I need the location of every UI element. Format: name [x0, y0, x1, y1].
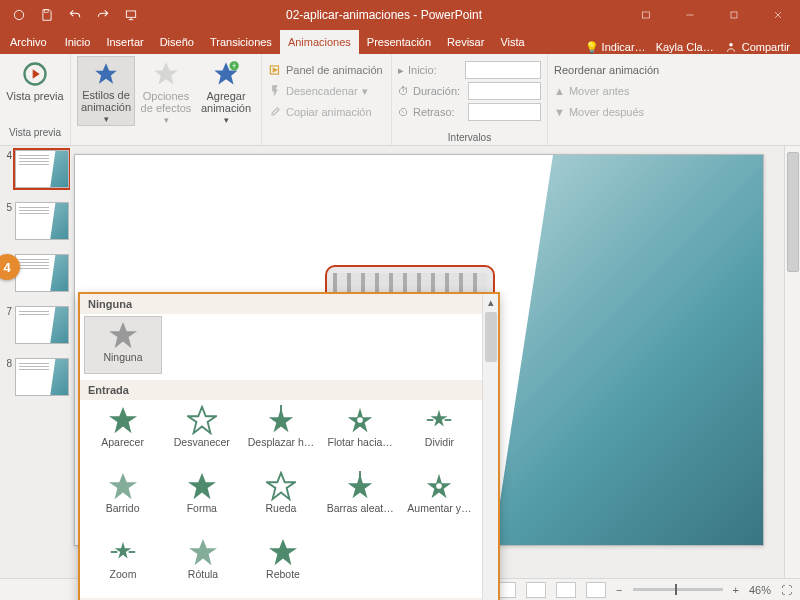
sorter-view-icon[interactable] — [526, 582, 546, 598]
gallery-item[interactable]: Barrido — [84, 468, 161, 526]
svg-marker-25 — [431, 410, 448, 427]
svg-marker-39 — [269, 539, 297, 565]
window-title: 02-aplicar-animaciones - PowerPoint — [144, 8, 624, 22]
add-animation-button[interactable]: + Agregar animación▾ — [197, 56, 255, 126]
zoom-level[interactable]: 46% — [749, 584, 771, 596]
tab-design[interactable]: Diseño — [152, 30, 202, 54]
zoom-slider[interactable] — [633, 588, 723, 591]
tab-view[interactable]: Vista — [492, 30, 532, 54]
fit-to-window-icon[interactable]: ⛶ — [781, 584, 792, 596]
svg-rect-2 — [126, 11, 135, 17]
slide-thumbnails: 4 5 6 7 8 — [0, 146, 70, 578]
svg-rect-3 — [643, 12, 650, 18]
save-icon[interactable] — [34, 3, 60, 27]
svg-marker-35 — [115, 542, 132, 559]
tab-slideshow[interactable]: Presentación — [359, 30, 439, 54]
svg-point-0 — [14, 10, 23, 19]
ribbon: Vista previa Vista previa Estilos de ani… — [0, 54, 800, 146]
svg-marker-38 — [189, 539, 217, 565]
gallery-section-header: Ninguna — [80, 294, 482, 314]
svg-marker-30 — [267, 473, 295, 499]
workspace: 4 5 6 7 8 4 NingunaNingunaEntradaAparece… — [0, 146, 800, 578]
reorder-label: Reordenar animación — [554, 60, 692, 80]
gallery-item[interactable]: Flotar hacia… — [322, 402, 399, 460]
slideshow-view-icon[interactable] — [586, 582, 606, 598]
vertical-scrollbar[interactable] — [784, 146, 800, 578]
preview-button[interactable]: Vista previa — [6, 56, 64, 126]
svg-marker-28 — [109, 473, 137, 499]
maximize-icon[interactable] — [712, 0, 756, 30]
move-before-button[interactable]: ▲ Mover antes — [554, 81, 692, 101]
zoom-out-button[interactable]: − — [616, 584, 622, 596]
svg-rect-5 — [731, 12, 737, 18]
tab-home[interactable]: Inicio — [57, 30, 99, 54]
svg-marker-11 — [95, 63, 117, 84]
trigger-button[interactable]: Desencadenar ▾ — [268, 81, 385, 101]
group-preview-label: Vista previa — [6, 126, 64, 140]
svg-point-24 — [357, 417, 363, 423]
svg-point-8 — [729, 43, 733, 47]
gallery-item[interactable]: Aparecer — [84, 402, 161, 460]
move-after-button[interactable]: ▼ Mover después — [554, 102, 692, 122]
tab-animations[interactable]: Animaciones — [280, 30, 359, 54]
share-button[interactable]: Compartir — [724, 40, 790, 54]
zoom-in-button[interactable]: + — [733, 584, 739, 596]
reading-view-icon[interactable] — [556, 582, 576, 598]
svg-point-34 — [437, 483, 443, 489]
start-slideshow-icon[interactable] — [118, 3, 144, 27]
ribbon-display-icon[interactable] — [624, 0, 668, 30]
animation-styles-button[interactable]: Estilos de animación▾ — [77, 56, 135, 126]
svg-marker-10 — [33, 69, 40, 78]
gallery-item[interactable]: Zoom — [84, 534, 162, 592]
duration-field[interactable]: ⏱ Duración: — [398, 81, 541, 101]
svg-marker-20 — [188, 407, 216, 433]
animation-pane-button[interactable]: Panel de animación — [268, 60, 385, 80]
svg-marker-12 — [154, 62, 177, 84]
tab-transitions[interactable]: Transiciones — [202, 30, 280, 54]
gallery-item[interactable]: Forma — [163, 468, 240, 526]
thumb-6[interactable] — [15, 254, 69, 292]
gallery-section-header: Entrada — [80, 380, 482, 400]
svg-marker-29 — [188, 473, 216, 499]
svg-text:+: + — [232, 62, 237, 71]
thumb-8[interactable] — [15, 358, 69, 396]
gallery-item[interactable]: Rótula — [164, 534, 242, 592]
tab-file[interactable]: Archivo — [0, 30, 57, 54]
thumb-5[interactable] — [15, 202, 69, 240]
tab-insert[interactable]: Insertar — [98, 30, 151, 54]
minimize-icon[interactable] — [668, 0, 712, 30]
ribbon-tabs: Archivo Inicio Insertar Diseño Transicio… — [0, 30, 800, 54]
scroll-up-icon[interactable]: ▴ — [483, 294, 499, 310]
animation-painter-button[interactable]: Copiar animación — [268, 102, 385, 122]
gallery-item[interactable]: Barras aleat… — [322, 468, 399, 526]
gallery-item[interactable]: Desvanecer — [163, 402, 240, 460]
slide-accent-shape — [463, 155, 763, 546]
start-field[interactable]: ▸ Inicio: — [398, 60, 541, 80]
gallery-item[interactable]: Ninguna — [84, 316, 162, 374]
thumb-7[interactable] — [15, 306, 69, 344]
title-bar: 02-aplicar-animaciones - PowerPoint — [0, 0, 800, 30]
gallery-item[interactable]: Aumentar y… — [401, 468, 478, 526]
animation-gallery-dropdown: NingunaNingunaEntradaAparecerDesvanecerD… — [78, 292, 500, 600]
undo-icon[interactable] — [62, 3, 88, 27]
autosave-toggle[interactable] — [6, 3, 32, 27]
svg-marker-18 — [109, 322, 137, 348]
delay-field[interactable]: ⏲ Retraso: — [398, 102, 541, 122]
group-animation-label — [77, 126, 255, 140]
close-icon[interactable] — [756, 0, 800, 30]
redo-icon[interactable] — [90, 3, 116, 27]
gallery-item[interactable]: Rebote — [244, 534, 322, 592]
effect-options-button[interactable]: Opciones de efectos▾ — [137, 56, 195, 126]
tell-me[interactable]: 💡 Indicar… — [585, 41, 646, 54]
group-timing-label: Intervalos — [398, 131, 541, 145]
gallery-scrollbar[interactable]: ▴ ▾ — [482, 294, 498, 600]
svg-marker-19 — [109, 407, 137, 433]
svg-marker-17 — [273, 68, 277, 72]
thumb-4[interactable] — [15, 150, 69, 188]
user-name[interactable]: Kayla Cla… — [656, 41, 714, 53]
gallery-item[interactable]: Rueda — [242, 468, 319, 526]
tab-review[interactable]: Revisar — [439, 30, 492, 54]
gallery-item[interactable]: Dividir — [401, 402, 478, 460]
gallery-item[interactable]: Desplazar h… — [242, 402, 319, 460]
